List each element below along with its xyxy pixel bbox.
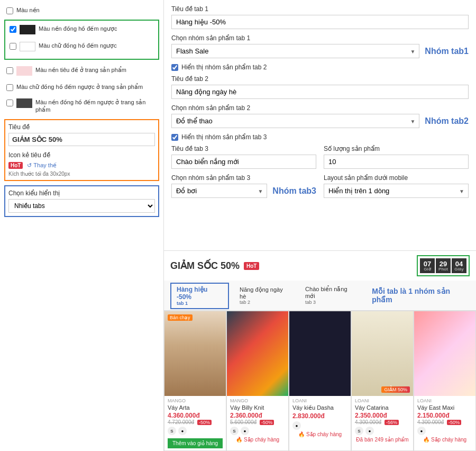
price-old-row-5: 4.300.000đ -50% xyxy=(417,419,472,425)
price-1: 4.360.000đ xyxy=(168,412,223,419)
hot-badge: HoT xyxy=(8,162,23,169)
chon-nhom-tab1-label: Chọn nhóm sản phẩm tab 1 xyxy=(171,34,469,42)
color-label-mau-nen-tieu-de: Màu nền tiêu đề ở trang sản phẩm xyxy=(35,66,126,74)
color-swatch-pink xyxy=(16,66,32,76)
color-checkbox-mau-nen[interactable] xyxy=(6,7,13,14)
tieu-de-tab2-section: Tiêu đề tab 2 Năng động ngày hè xyxy=(171,75,469,99)
action-3: 🔥 Sắp cháy hàng xyxy=(292,431,347,437)
kich-thuoc-label: Kích thước tối đa 30x20px xyxy=(8,171,155,177)
sale-badge-4: GIẢM 50% xyxy=(381,386,410,393)
tab-3-label: Chào biển nắng mới xyxy=(305,286,347,299)
layout-mobile-select[interactable]: Hiển thị trên 1 dòng Hiển thị trên 2 dòn… xyxy=(324,184,469,198)
tab-2-number: tab 2 xyxy=(240,300,289,305)
layout-mobile-wrapper: Hiển thị trên 1 dòng Hiển thị trên 2 dòn… xyxy=(324,184,469,198)
orange-box-tieu-de: Tiêu đề GIẢM SỐC 50% Icon kẻ tiêu đề HoT… xyxy=(4,119,159,181)
chon-nhom-tab1-section: Chọn nhóm sản phẩm tab 1 Flash Sale Hàng… xyxy=(171,34,469,58)
thay-the-button[interactable]: ↺ Thay thế xyxy=(27,162,57,169)
price-old-row-4: 4.300.000đ -56% xyxy=(355,419,410,425)
color-checkbox-mau-chu-dem-nguoc-trang[interactable] xyxy=(6,84,13,91)
tabs-container: Hàng hiệu -50% tab 1 Năng động ngày hè t… xyxy=(164,281,476,311)
chon-nhom-tab2-select[interactable]: Đồ thể thao Thể thao xyxy=(171,114,419,128)
name-5: Váy East Maxi xyxy=(417,404,472,411)
product-img-4: GIẢM 50% xyxy=(352,311,413,396)
color-row-mau-chu-dem-nguoc-trang: Màu chữ đồng hồ đếm ngược ở trang sản ph… xyxy=(4,81,159,93)
preview-section: GIẢM SỐC 50% HoT 07 Giờ 29 Phút 04 Giây xyxy=(164,250,476,451)
product-icons-1: S ● xyxy=(168,427,223,435)
brand-5: LOANI xyxy=(417,398,472,403)
product-img-dress-4: GIẢM 50% xyxy=(352,311,413,396)
action-2: 🔥 Sắp cháy hàng xyxy=(230,437,285,443)
old-price-2: 5.600.000đ xyxy=(230,419,257,425)
name-4: Váy Catarina xyxy=(355,404,410,411)
action-btn-1[interactable]: Thêm vào giỏ hàng xyxy=(168,438,223,448)
old-price-1: 4.720.000đ xyxy=(168,419,194,425)
product-img-1: Bán chạy xyxy=(164,311,226,396)
icon-color-1: ● xyxy=(178,427,187,435)
tieu-de-input[interactable]: GIẢM SỐC 50% xyxy=(8,133,155,146)
so-luong-input[interactable]: 10 xyxy=(324,155,469,169)
tieu-de-tab3-input[interactable]: Chào biển nắng mới xyxy=(171,155,316,169)
product-img-dress-1: Bán chạy xyxy=(164,311,226,396)
tab-1-number: tab 1 xyxy=(177,301,223,306)
product-info-2: MANGO Váy Billy Knit 2.360.000đ 5.600.00… xyxy=(227,396,288,445)
tab-1[interactable]: Hàng hiệu -50% tab 1 xyxy=(170,283,229,309)
color-checkbox-mau-chu-dong-ho[interactable] xyxy=(10,43,16,50)
countdown-timer: 07 Giờ 29 Phút 04 Giây xyxy=(417,255,470,276)
chon-nhom-tab3-select[interactable]: Đồ bơi Bơi lội xyxy=(171,184,267,198)
color-label-mau-chu-dong-ho: Màu chữ đồng hồ đếm ngược xyxy=(39,42,117,49)
tieu-de-tab1-input[interactable]: Hàng hiệu -50% xyxy=(171,15,469,29)
products-grid: Bán chạy MANGO Váy Arta 4.360.000đ 4.720… xyxy=(164,311,476,451)
product-card-3: LOANI Váy kiều Dasha 2.830.000đ ● 🔥 Sắp … xyxy=(289,311,351,451)
tieu-de-tab2-input[interactable]: Năng động ngày hè xyxy=(171,85,469,99)
nhom-tab2-row: Đồ thể thao Thể thao Nhóm tab2 xyxy=(171,114,469,128)
icon-color-3: ● xyxy=(292,421,301,430)
product-img-5 xyxy=(414,311,475,396)
product-icons-2: S ● xyxy=(230,427,285,435)
hien-thi-select[interactable]: Nhiều tabs Một tab Danh sách xyxy=(8,199,155,213)
price-4: 2.350.000đ xyxy=(355,412,410,419)
product-img-dress-5 xyxy=(414,311,475,396)
so-luong-section: Số lượng sản phẩm 10 xyxy=(324,145,469,169)
name-2: Váy Billy Knit xyxy=(230,404,285,411)
giam-soc-title: GIẢM SỐC 50% HoT xyxy=(170,260,259,272)
discount-1: -50% xyxy=(197,420,212,425)
old-price-5: 4.300.000đ xyxy=(417,419,444,425)
nhom-tab2-label: Nhóm tab2 xyxy=(425,116,469,126)
discount-4: -56% xyxy=(385,420,399,425)
tab-3[interactable]: Chào biển nắng mới tab 3 xyxy=(300,284,362,308)
icon-color-4: ● xyxy=(365,427,374,435)
preview-header: GIẢM SỐC 50% HoT 07 Giờ 29 Phút 04 Giây xyxy=(164,251,476,281)
brand-4: LOANI xyxy=(355,398,410,403)
color-checkbox-mau-nen-tieu-de[interactable] xyxy=(6,67,13,74)
hien-thi-tab2-checkbox[interactable] xyxy=(171,64,178,71)
tab-1-label: Hàng hiệu -50% xyxy=(177,286,207,301)
giam-soc-text: GIẢM SỐC 50% xyxy=(170,260,240,272)
tieu-de-tab1-label: Tiêu đề tab 1 xyxy=(171,5,469,13)
color-checkbox-mau-nen-dong-ho[interactable] xyxy=(10,26,16,33)
product-icons-4: S ● xyxy=(355,427,410,435)
product-img-dress-3 xyxy=(289,311,351,396)
name-1: Váy Arta xyxy=(168,404,223,411)
price-old-row-2: 5.600.000đ -50% xyxy=(230,419,285,425)
color-checkbox-mau-nen-dem-nguoc-trang[interactable] xyxy=(6,100,13,106)
discount-2: -50% xyxy=(260,420,274,425)
product-card-1: Bán chạy MANGO Váy Arta 4.360.000đ 4.720… xyxy=(164,311,226,451)
icon-color-2: ● xyxy=(241,427,249,435)
tieu-de-tab3-section: Tiêu đề tab 3 Chào biển nắng mới xyxy=(171,145,316,169)
tab-2[interactable]: Năng động ngày hè tab 2 xyxy=(234,284,295,308)
chon-nhom-tab3-label: Chọn nhóm sản phẩm tab 3 xyxy=(171,174,316,182)
green-box-colors: Màu nền đồng hồ đếm ngược Màu chữ đồng h… xyxy=(4,20,159,60)
product-icons-5: ● xyxy=(417,427,472,435)
chon-kieu-hien-thi-label: Chọn kiểu hiển thị xyxy=(8,190,155,197)
nhom-tab3-row: Đồ bơi Bơi lội Nhóm tab3 xyxy=(171,184,316,198)
tieu-de-section: Tiêu đề GIẢM SỐC 50% xyxy=(8,123,155,146)
color-swatch-white xyxy=(20,42,35,51)
tieu-de-tab3-label: Tiêu đề tab 3 xyxy=(171,145,316,152)
product-info-4: LOANI Váy Catarina 2.350.000đ 4.300.000đ… xyxy=(352,396,413,445)
product-icons-3: ● xyxy=(292,421,347,430)
hien-thi-tab2-row: Hiển thị nhóm sản phẩm tab 2 xyxy=(171,64,469,71)
product-info-5: LOANI Váy East Maxi 2.150.000đ 4.300.000… xyxy=(414,396,475,445)
nhom-tab1-row: Flash Sale Hàng hiệu Nhóm tab1 xyxy=(171,44,469,58)
chon-nhom-tab1-select[interactable]: Flash Sale Hàng hiệu xyxy=(171,44,419,58)
hien-thi-tab3-checkbox[interactable] xyxy=(171,134,178,141)
